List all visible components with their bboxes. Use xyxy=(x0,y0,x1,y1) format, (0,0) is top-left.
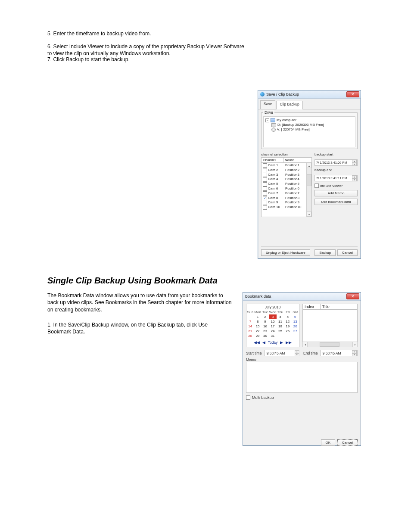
end-time-field[interactable]: 9:53:45 AM ▴▾ xyxy=(321,350,358,356)
channel-checkbox[interactable] xyxy=(263,168,267,172)
calendar-day[interactable]: 21 xyxy=(246,329,254,333)
bookmark-list[interactable] xyxy=(302,310,358,342)
channel-row[interactable]: Cam 5Position5 xyxy=(262,182,306,187)
channel-scrollbar[interactable]: ▴ ▾ xyxy=(306,163,311,217)
backup-start-field[interactable]: 7/ 1/2013 3:41:06 PM ▴▾ xyxy=(314,159,358,166)
tree-root[interactable]: − My computer xyxy=(265,118,353,123)
memo-textarea[interactable] xyxy=(246,362,358,393)
index-col-header[interactable]: Index xyxy=(303,304,321,309)
channel-row[interactable]: Cam 4Position4 xyxy=(262,177,306,182)
calendar-day[interactable]: 15 xyxy=(254,324,261,329)
channel-col-header[interactable]: Channel xyxy=(262,158,283,162)
channel-row[interactable]: Cam 9Position9 xyxy=(262,200,306,205)
channel-checkbox[interactable] xyxy=(263,191,267,196)
close-button[interactable]: ✕ xyxy=(346,91,359,97)
calendar-day[interactable]: 3 xyxy=(269,314,276,319)
calendar-next-month-icon[interactable]: ▶ xyxy=(280,340,283,345)
calendar-day[interactable]: 7 xyxy=(246,319,254,324)
channel-row[interactable]: Cam 6Position6 xyxy=(262,187,306,191)
calendar-prev-month-icon[interactable]: ◀ xyxy=(262,340,265,345)
cancel-button[interactable]: Cancel xyxy=(337,439,358,446)
calendar-day[interactable]: 25 xyxy=(277,329,284,333)
channel-row[interactable]: Cam 1Position1 xyxy=(262,163,306,168)
backup-end-field[interactable]: 7/ 1/2013 3:41:11 PM ▴▾ xyxy=(314,175,358,181)
use-bookmark-button[interactable]: Use bookmark data xyxy=(314,199,358,205)
calendar-next-year-icon[interactable]: ▶▶ xyxy=(286,340,292,345)
tree-drive-d[interactable]: D: [Backup 2820303 MB Free] xyxy=(265,123,353,128)
name-col-header[interactable]: Name xyxy=(283,158,311,162)
calendar-day[interactable]: 12 xyxy=(284,319,291,324)
channel-checkbox[interactable] xyxy=(263,163,267,168)
calendar-day[interactable]: 30 xyxy=(262,333,269,338)
channel-row[interactable]: Cam 10Position10 xyxy=(262,205,306,210)
calendar-day[interactable]: 27 xyxy=(292,329,299,333)
unplug-eject-button[interactable]: Unplug or Eject Hardware xyxy=(261,249,310,256)
calendar-day[interactable]: 8 xyxy=(254,319,261,324)
calendar-day[interactable]: 29 xyxy=(254,333,261,338)
calendar-day[interactable]: 28 xyxy=(246,333,254,338)
title-col-header[interactable]: Title xyxy=(321,304,357,309)
calendar-day[interactable]: 24 xyxy=(269,329,276,333)
hscroll-thumb[interactable] xyxy=(320,342,339,347)
calendar-day[interactable]: 16 xyxy=(262,324,269,329)
spinner-up-icon[interactable]: ▴ xyxy=(352,175,357,178)
backup-button[interactable]: Backup xyxy=(314,249,336,256)
tab-save[interactable]: Save xyxy=(260,100,275,109)
channel-checkbox[interactable] xyxy=(263,205,267,210)
channel-checkbox[interactable] xyxy=(263,201,267,205)
channel-row[interactable]: Cam 2Position2 xyxy=(262,168,306,173)
channel-checkbox[interactable]: ✓ xyxy=(263,196,267,200)
ok-button[interactable]: OK xyxy=(321,439,336,446)
calendar-day[interactable]: 18 xyxy=(277,324,284,329)
calendar-day[interactable]: 17 xyxy=(269,324,276,329)
calendar-day[interactable]: 19 xyxy=(284,324,291,329)
add-memo-button[interactable]: Add Memo xyxy=(314,190,358,196)
channel-row[interactable]: Cam 7Position7 xyxy=(262,191,306,196)
calendar-day[interactable]: 20 xyxy=(292,324,299,329)
spinner-up-icon[interactable]: ▴ xyxy=(352,350,357,353)
tree-drive-v[interactable]: V: [ 225764 MB Free] xyxy=(265,128,353,132)
calendar-day[interactable]: 11 xyxy=(277,319,284,324)
calendar-day[interactable]: 6 xyxy=(292,314,299,319)
drive-tree[interactable]: − My computer D: [Backup 2820303 MB Free… xyxy=(263,116,355,147)
calendar-day[interactable]: 26 xyxy=(284,329,291,333)
channel-checkbox[interactable] xyxy=(263,187,267,191)
channel-row[interactable]: Cam 3Position3 xyxy=(262,173,306,177)
spinner-down-icon[interactable]: ▾ xyxy=(352,353,357,356)
scroll-down-icon[interactable]: ▾ xyxy=(307,212,311,217)
scroll-left-icon[interactable]: ◂ xyxy=(303,342,308,347)
spinner-down-icon[interactable]: ▾ xyxy=(352,178,357,181)
calendar[interactable]: July 2013 SunMonTueWedThuFriSat123456789… xyxy=(246,304,299,347)
calendar-day[interactable]: 5 xyxy=(284,314,291,319)
channel-checkbox[interactable] xyxy=(263,173,267,177)
calendar-day[interactable]: 23 xyxy=(262,329,269,333)
close-button[interactable]: ✕ xyxy=(346,293,359,299)
spinner-down-icon[interactable]: ▾ xyxy=(352,163,357,166)
multi-backup-checkbox[interactable] xyxy=(246,395,250,400)
calendar-day[interactable]: 22 xyxy=(254,329,261,333)
calendar-day[interactable]: 14 xyxy=(246,324,254,329)
scroll-thumb[interactable] xyxy=(307,174,311,186)
calendar-prev-year-icon[interactable]: ◀◀ xyxy=(254,340,260,345)
calendar-day[interactable]: 9 xyxy=(262,319,269,324)
calendar-day[interactable]: 13 xyxy=(292,319,299,324)
calendar-today-button[interactable]: Today xyxy=(268,340,278,345)
calendar-day[interactable]: 4 xyxy=(277,314,284,319)
tree-collapse-icon[interactable]: − xyxy=(265,118,269,122)
channel-checkbox[interactable] xyxy=(263,177,267,182)
scroll-up-icon[interactable]: ▴ xyxy=(307,163,311,168)
spinner-down-icon[interactable]: ▾ xyxy=(295,353,299,356)
tab-clip-backup[interactable]: Clip Backup xyxy=(276,101,302,109)
channel-list[interactable]: Cam 1Position1Cam 2Position2Cam 3Positio… xyxy=(262,163,306,217)
cancel-button[interactable]: Cancel xyxy=(337,249,358,256)
calendar-day[interactable]: 2 xyxy=(262,314,269,319)
start-time-field[interactable]: 9:53:45 AM ▴▾ xyxy=(264,350,300,356)
channel-row[interactable]: ✓Cam 8Position8 xyxy=(262,196,306,201)
calendar-day[interactable]: 10 xyxy=(269,319,276,324)
spinner-up-icon[interactable]: ▴ xyxy=(295,350,299,353)
calendar-day[interactable]: 31 xyxy=(269,333,276,338)
scroll-right-icon[interactable]: ▸ xyxy=(352,342,357,347)
channel-checkbox[interactable] xyxy=(263,182,267,187)
bookmark-hscrollbar[interactable]: ◂ ▸ xyxy=(302,342,358,347)
spinner-up-icon[interactable]: ▴ xyxy=(352,160,357,163)
